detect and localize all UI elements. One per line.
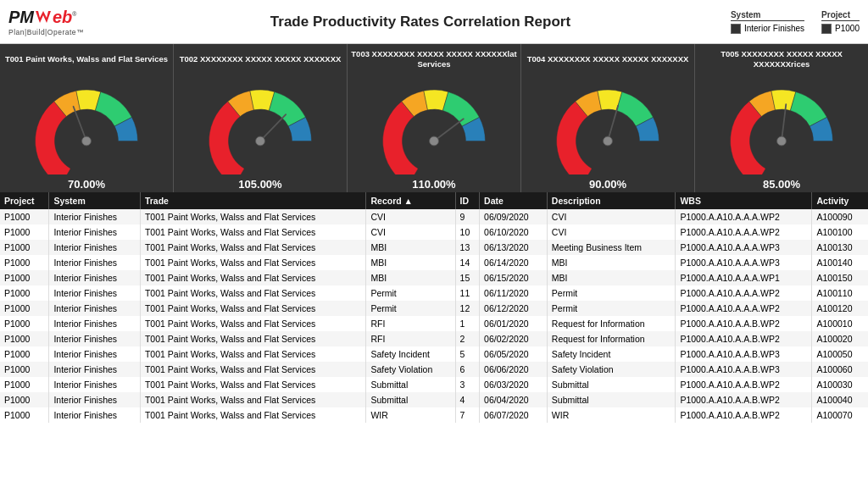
cell-13-2: T001 Paint Works, Walss and Flat Service… — [140, 407, 366, 423]
system-filter: System Interior Finishes — [731, 10, 804, 34]
gauge-svg-wrap-0 — [19, 75, 154, 176]
col-header-activity[interactable]: Activity — [812, 192, 868, 209]
data-table-area[interactable]: ProjectSystemTradeRecord ▲IDDateDescript… — [0, 192, 868, 482]
cell-5-7: P1000.A.A10.A.A.A.WP2 — [676, 285, 812, 301]
system-filter-label: System — [731, 10, 804, 21]
cell-9-7: P1000.A.A10.A.A.B.WP3 — [676, 346, 812, 362]
col-header-record[interactable]: Record ▲ — [366, 192, 455, 209]
gauge-pct-0: 70.00% — [68, 178, 105, 191]
cell-1-4: 10 — [455, 224, 479, 240]
cell-7-2: T001 Paint Works, Walss and Flat Service… — [140, 316, 366, 331]
gauge-cell-4: T005 XXXXXXXX XXXXX XXXXX XXXXXXXrices 8… — [695, 44, 868, 192]
gauge-pct-4: 85.00% — [763, 178, 800, 191]
col-header-system[interactable]: System — [49, 192, 141, 209]
cell-0-2: T001 Paint Works, Walss and Flat Service… — [140, 209, 366, 224]
svg-point-6 — [430, 136, 439, 146]
gauge-svg — [192, 76, 328, 174]
cell-1-1: Interior Finishes — [49, 224, 141, 240]
cell-1-7: P1000.A.A10.A.A.A.WP2 — [676, 224, 812, 240]
cell-4-7: P1000.A.A10.A.A.A.WP1 — [676, 270, 812, 285]
cell-3-0: P1000 — [0, 255, 49, 270]
cell-10-0: P1000 — [0, 362, 49, 377]
cell-0-5: 06/09/2020 — [480, 209, 548, 224]
gauge-pct-1: 105.00% — [238, 178, 281, 191]
cell-5-2: T001 Paint Works, Walss and Flat Service… — [140, 285, 366, 301]
cell-2-7: P1000.A.A10.A.A.A.WP3 — [676, 240, 812, 255]
cell-5-4: 11 — [455, 285, 479, 301]
col-header-description[interactable]: Description — [547, 192, 676, 209]
cell-10-2: T001 Paint Works, Walss and Flat Service… — [140, 362, 366, 377]
svg-marker-0 — [36, 11, 51, 23]
svg-line-1 — [74, 107, 86, 141]
svg-point-10 — [777, 136, 787, 146]
header: PM eb ® Plan|Build|Operate™ Trade Produc… — [0, 0, 868, 44]
cell-9-1: Interior Finishes — [49, 346, 141, 362]
gauge-cell-0: T001 Paint Works, Walss and Flat Service… — [0, 44, 174, 192]
table-row: P1000Interior FinishesT001 Paint Works, … — [0, 209, 868, 224]
col-header-id[interactable]: ID — [455, 192, 479, 209]
cell-12-2: T001 Paint Works, Walss and Flat Service… — [140, 392, 366, 407]
table-row: P1000Interior FinishesT001 Paint Works, … — [0, 255, 868, 270]
cell-2-8: A100130 — [812, 240, 868, 255]
cell-10-7: P1000.A.A10.A.A.B.WP3 — [676, 362, 812, 377]
col-header-trade[interactable]: Trade — [140, 192, 366, 209]
cell-11-1: Interior Finishes — [49, 377, 141, 392]
cell-4-0: P1000 — [0, 270, 49, 285]
cell-5-0: P1000 — [0, 285, 49, 301]
cell-5-5: 06/11/2020 — [480, 285, 548, 301]
cell-1-2: T001 Paint Works, Walss and Flat Service… — [140, 224, 366, 240]
project-filter-swatch — [821, 24, 832, 34]
cell-12-7: P1000.A.A10.A.A.B.WP2 — [676, 392, 812, 407]
cell-12-3: Submittal — [366, 392, 455, 407]
col-header-project[interactable]: Project — [0, 192, 49, 209]
cell-4-4: 15 — [455, 270, 479, 285]
project-filter: Project P1000 — [821, 10, 860, 34]
col-header-wbs[interactable]: WBS — [676, 192, 812, 209]
cell-8-2: T001 Paint Works, Walss and Flat Service… — [140, 331, 366, 346]
cell-1-0: P1000 — [0, 224, 49, 240]
cell-3-5: 06/14/2020 — [480, 255, 548, 270]
table-row: P1000Interior FinishesT001 Paint Works, … — [0, 392, 868, 407]
cell-2-5: 06/13/2020 — [480, 240, 548, 255]
cell-6-2: T001 Paint Works, Walss and Flat Service… — [140, 301, 366, 316]
cell-4-2: T001 Paint Works, Walss and Flat Service… — [140, 270, 366, 285]
cell-12-5: 06/04/2020 — [480, 392, 548, 407]
cell-13-0: P1000 — [0, 407, 49, 423]
gauge-title-4: T005 XXXXXXXX XXXXX XXXXX XXXXXXXrices — [697, 47, 866, 71]
cell-10-5: 06/06/2020 — [480, 362, 548, 377]
cell-8-6: Request for Information — [547, 331, 676, 346]
gauge-svg — [366, 76, 502, 174]
cell-8-0: P1000 — [0, 331, 49, 346]
cell-6-8: A100120 — [812, 301, 868, 316]
project-filter-item: P1000 — [821, 24, 860, 34]
cell-13-6: WIR — [547, 407, 676, 423]
cell-9-5: 06/05/2020 — [480, 346, 548, 362]
cell-3-1: Interior Finishes — [49, 255, 141, 270]
gauge-svg-wrap-3 — [540, 75, 676, 176]
cell-3-4: 14 — [455, 255, 479, 270]
cell-0-0: P1000 — [0, 209, 49, 224]
table-row: P1000Interior FinishesT001 Paint Works, … — [0, 224, 868, 240]
cell-4-8: A100150 — [812, 270, 868, 285]
svg-point-8 — [604, 136, 613, 146]
cell-7-0: P1000 — [0, 316, 49, 331]
cell-5-6: Permit — [547, 285, 676, 301]
gauge-pct-2: 110.00% — [412, 178, 455, 191]
svg-line-7 — [608, 106, 618, 141]
cell-0-6: CVI — [547, 209, 676, 224]
logo-w-icon — [34, 8, 53, 26]
cell-1-8: A100100 — [812, 224, 868, 240]
cell-9-4: 5 — [455, 346, 479, 362]
col-header-date[interactable]: Date — [480, 192, 548, 209]
cell-9-0: P1000 — [0, 346, 49, 362]
cell-4-6: MBI — [547, 270, 676, 285]
logo-pm: PM — [8, 8, 34, 27]
cell-6-5: 06/12/2020 — [480, 301, 548, 316]
cell-13-4: 7 — [455, 407, 479, 423]
table-row: P1000Interior FinishesT001 Paint Works, … — [0, 407, 868, 423]
cell-9-8: A100050 — [812, 346, 868, 362]
cell-0-8: A100090 — [812, 209, 868, 224]
cell-10-8: A100060 — [812, 362, 868, 377]
cell-2-2: T001 Paint Works, Walss and Flat Service… — [140, 240, 366, 255]
cell-2-4: 13 — [455, 240, 479, 255]
